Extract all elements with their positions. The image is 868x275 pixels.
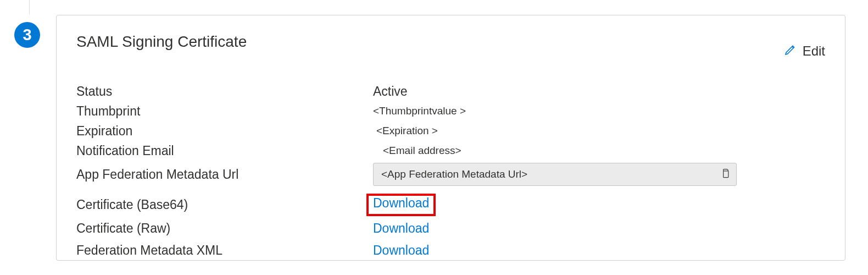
download-federation-xml-link[interactable]: Download [373, 243, 429, 257]
row-notification-email: Notification Email <Email address> [76, 141, 825, 161]
step-number-badge: 3 [14, 22, 40, 48]
saml-signing-certificate-card: SAML Signing Certificate Edit Status Act… [56, 15, 845, 261]
row-expiration: Expiration <Expiration > [76, 121, 825, 141]
fields-list: Status Active Thumbprint <Thumbprintvalu… [76, 81, 825, 260]
svg-rect-0 [724, 170, 728, 177]
value-thumbprint: <Thumbprintvalue > [373, 105, 825, 117]
label-expiration: Expiration [76, 124, 373, 139]
row-status: Status Active [76, 81, 825, 101]
row-cert-base64: Certificate (Base64) Download [76, 194, 825, 216]
row-federation-xml: Federation Metadata XML Download [76, 240, 825, 260]
row-app-federation-url: App Federation Metadata Url <App Federat… [76, 163, 825, 186]
edit-label: Edit [803, 43, 825, 59]
label-thumbprint: Thumbprint [76, 104, 373, 119]
label-cert-raw: Certificate (Raw) [76, 221, 373, 236]
label-notification-email: Notification Email [76, 144, 373, 158]
value-expiration: <Expiration > [373, 125, 825, 137]
label-app-federation-url: App Federation Metadata Url [76, 167, 373, 182]
value-notification-email: <Email address> [373, 145, 825, 157]
label-federation-xml: Federation Metadata XML [76, 243, 373, 258]
app-federation-url-input[interactable]: <App Federation Metadata Url> [373, 163, 737, 186]
value-status: Active [373, 84, 825, 99]
copy-icon[interactable] [720, 167, 731, 182]
card-title: SAML Signing Certificate [76, 33, 247, 51]
highlight-cert-base64-download: Download [366, 194, 436, 216]
label-status: Status [76, 84, 373, 99]
download-cert-raw-link[interactable]: Download [373, 221, 429, 235]
step-number: 3 [23, 26, 31, 44]
pencil-icon [784, 43, 797, 59]
download-cert-base64-link[interactable]: Download [373, 196, 429, 210]
edit-button[interactable]: Edit [784, 33, 825, 59]
row-thumbprint: Thumbprint <Thumbprintvalue > [76, 101, 825, 121]
step-connector-line [29, 0, 30, 14]
card-header: SAML Signing Certificate Edit [76, 33, 825, 59]
app-federation-url-value: <App Federation Metadata Url> [381, 168, 715, 180]
row-cert-raw: Certificate (Raw) Download [76, 218, 825, 238]
label-cert-base64: Certificate (Base64) [76, 197, 373, 212]
